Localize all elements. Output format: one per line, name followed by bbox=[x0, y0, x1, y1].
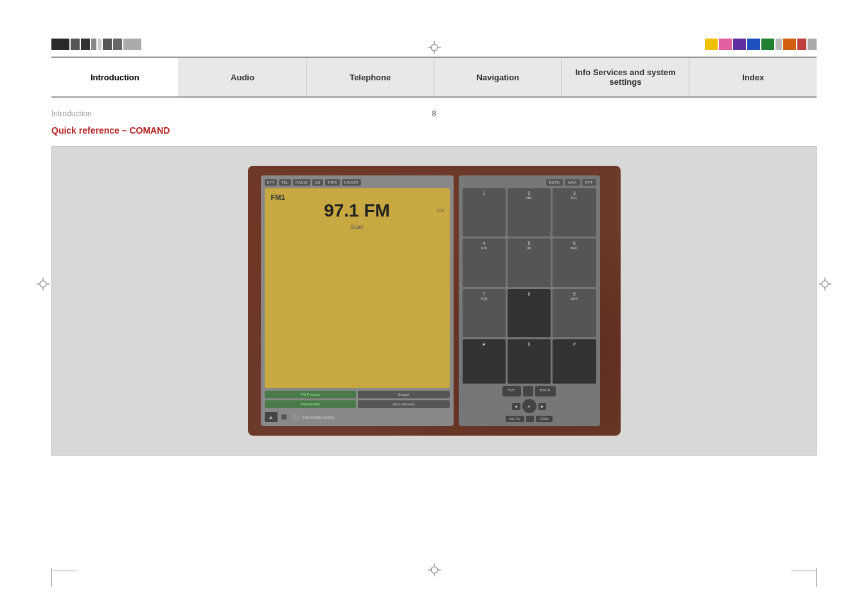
radio-frequency: 97.1 FM bbox=[271, 201, 443, 221]
key-2: 2ABC bbox=[508, 188, 551, 236]
rpt-button: RPT bbox=[582, 179, 596, 186]
svc-button: SVC bbox=[502, 386, 520, 396]
tab-telephone[interactable]: Telephone bbox=[306, 58, 434, 96]
key-5: 5JKL bbox=[508, 238, 551, 287]
content-area: Quick reference – COMAND ETT TEL RADIO C… bbox=[51, 125, 817, 456]
cd-button: CD bbox=[312, 179, 323, 186]
left-panel: ETT TEL RADIO CD TAPE NAV/GPS FM1 97.1 F… bbox=[261, 175, 454, 426]
auto-presets-button: Auto Presets bbox=[358, 400, 450, 408]
scan-label: Scan bbox=[271, 224, 443, 230]
footer-line-left bbox=[51, 571, 77, 571]
footer-border-left bbox=[51, 568, 52, 587]
tab-index[interactable]: Index bbox=[689, 58, 817, 96]
key-3: 3DEF bbox=[553, 188, 596, 236]
nav-left-arrow: ◄ bbox=[512, 403, 520, 410]
nav-circle-area: ◄ ● ► bbox=[463, 399, 596, 413]
keypad-grid: 1 2ABC 3DEF 4GHI 5JKL 6MNO 7PQR 8 9WXY ★… bbox=[463, 188, 596, 384]
left-color-bar bbox=[51, 39, 141, 50]
mercedes-text: Mercedes-Benz bbox=[303, 415, 335, 420]
rp-middle-buttons: SVC BACK bbox=[463, 386, 596, 396]
svg-point-5 bbox=[40, 281, 46, 287]
svg-point-10 bbox=[822, 281, 828, 287]
tab-introduction[interactable]: Introduction bbox=[51, 58, 179, 96]
mute-button: MUTE bbox=[506, 416, 524, 422]
fm-am-wb-button: FM/AM/WB bbox=[265, 400, 357, 408]
right-panel: DETH NAVI RPT 1 2ABC 3DEF 4GHI 5JKL 6MNO… bbox=[459, 175, 600, 426]
body-left-crosshair-icon bbox=[35, 276, 51, 292]
navi-button: NAVI bbox=[565, 179, 580, 186]
comand-device-image: ETT TEL RADIO CD TAPE NAV/GPS FM1 97.1 F… bbox=[248, 166, 621, 436]
svg-line-23 bbox=[296, 417, 298, 420]
tape-button: TAPE bbox=[325, 179, 340, 186]
radio-button: RADIO bbox=[293, 179, 310, 186]
key-hash: # bbox=[553, 339, 596, 384]
key-6: 6MNO bbox=[553, 238, 596, 287]
key-9: 9WXY bbox=[553, 289, 596, 337]
tab-audio[interactable]: Audio bbox=[179, 58, 307, 96]
nav-center-button: ● bbox=[522, 399, 536, 413]
key-0: 0 bbox=[508, 339, 551, 384]
bottom-center-crosshair-icon bbox=[427, 562, 442, 578]
top-center-crosshair-icon bbox=[427, 40, 442, 55]
footer-line-right bbox=[791, 571, 817, 571]
comand-image-container: ETT TEL RADIO CD TAPE NAV/GPS FM1 97.1 F… bbox=[51, 146, 817, 456]
deth-button: DETH bbox=[546, 179, 563, 186]
bottom-buttons: FM Presets Sound FM/AM/WB Auto Presets bbox=[265, 391, 450, 408]
disc-area: ▲ Merce bbox=[265, 412, 450, 422]
radio-screen: FM1 97.1 FM CD Scan bbox=[265, 188, 450, 388]
rp-bottom-buttons: MUTE PWR bbox=[463, 416, 596, 422]
tab-info-services[interactable]: Info Services and system settings bbox=[562, 58, 690, 96]
svg-point-15 bbox=[431, 567, 438, 573]
rp-top-buttons: DETH NAVI RPT bbox=[463, 179, 596, 186]
nav-tabs-row: Introduction Audio Telephone Navigation … bbox=[51, 57, 817, 98]
svg-point-0 bbox=[431, 44, 438, 51]
nav-right-arrow: ► bbox=[538, 403, 547, 410]
right-color-bar bbox=[705, 39, 817, 50]
tel-button: TEL bbox=[279, 179, 291, 186]
nav-btn: NAV/GPS bbox=[342, 179, 361, 186]
sound-button: Sound bbox=[358, 391, 450, 398]
key-star: ★ bbox=[463, 339, 506, 384]
key-7: 7PQR bbox=[463, 289, 506, 337]
back-button: BACK bbox=[535, 386, 556, 396]
tab-navigation[interactable]: Navigation bbox=[434, 58, 562, 96]
page-number: 8 bbox=[432, 109, 436, 118]
section-title: Quick reference – COMAND bbox=[51, 125, 817, 136]
key-8: 8 bbox=[508, 289, 551, 337]
svg-line-22 bbox=[293, 417, 296, 420]
cd-icon: CD bbox=[437, 208, 445, 213]
key-4: 4GHI bbox=[463, 238, 506, 287]
breadcrumb: Introduction bbox=[51, 109, 92, 118]
fm-presets-button: FM Presets bbox=[265, 391, 357, 398]
top-button-row: ETT TEL RADIO CD TAPE NAV/GPS bbox=[265, 179, 450, 186]
footer-border-right bbox=[816, 568, 817, 587]
breadcrumb-row: Introduction 8 bbox=[51, 109, 817, 118]
mercedes-logo-icon bbox=[290, 412, 301, 422]
ett-button: ETT bbox=[265, 179, 277, 186]
pwr-button: PWR bbox=[536, 416, 553, 422]
mercedes-logo-area: Mercedes-Benz bbox=[290, 412, 335, 422]
key-1: 1 bbox=[463, 188, 506, 236]
body-right-crosshair-icon bbox=[817, 276, 833, 292]
